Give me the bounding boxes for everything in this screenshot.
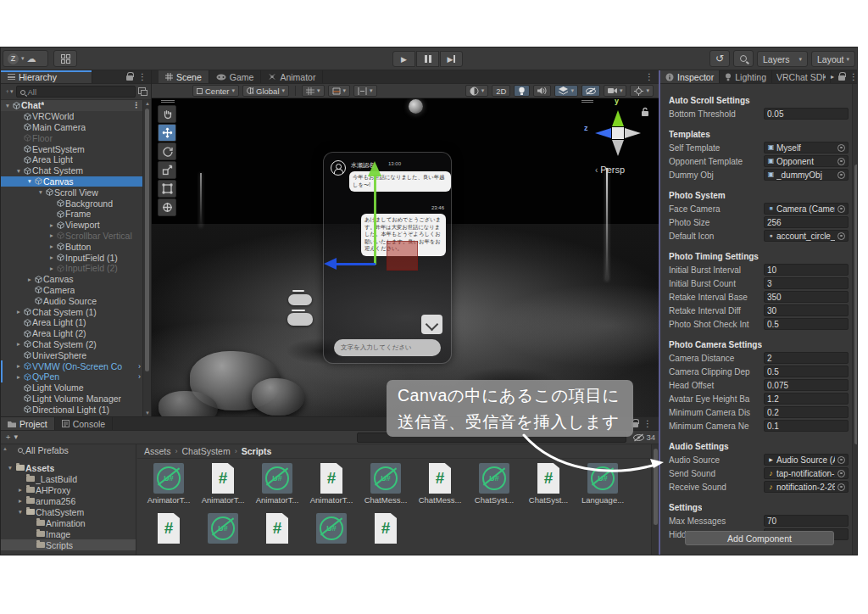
foldout-arrow[interactable]: ▾ <box>36 188 45 196</box>
property-field[interactable]: 1.2 <box>764 393 849 405</box>
asset-item[interactable]: ChatSyst... <box>470 463 519 505</box>
scene-picker-icon[interactable] <box>138 87 147 96</box>
layers-dropdown[interactable]: Layers▾ <box>757 51 808 67</box>
folder-row[interactable]: _LastBuild <box>1 473 136 484</box>
property-field[interactable]: 0.05 <box>764 108 849 120</box>
foldout-arrow[interactable]: ▸ <box>14 373 23 381</box>
property-field[interactable]: 2 <box>764 352 849 364</box>
asset-item[interactable] <box>307 513 356 544</box>
hierarchy-scrollbar[interactable]: ▲ ▼ <box>142 100 151 416</box>
hierarchy-row[interactable]: Directional Light (1) <box>1 404 142 415</box>
property-field[interactable]: _dummyObj <box>764 169 849 181</box>
foldout-arrow[interactable]: ▸ <box>14 340 23 348</box>
tab-game[interactable]: Game <box>209 70 262 83</box>
increment-snap-toggle[interactable]: ▾ <box>328 85 351 97</box>
property-field[interactable]: notification-2-26929 <box>764 481 849 493</box>
foldout-arrow[interactable]: ▸ <box>47 243 56 250</box>
inspector-scrollbar[interactable] <box>852 84 858 555</box>
asset-item[interactable]: AnimatorT... <box>144 463 193 505</box>
object-picker-icon[interactable] <box>837 171 845 179</box>
step-button[interactable]: ▶ <box>440 51 463 67</box>
tab-project[interactable]: Project <box>1 417 55 430</box>
property-field[interactable]: 350 <box>764 291 849 303</box>
property-field[interactable]: 0.5 <box>764 366 849 377</box>
drag-handle-icon[interactable] <box>161 100 175 103</box>
hierarchy-row[interactable]: ▸ Viewport <box>1 220 142 231</box>
effects-dropdown[interactable]: ▾ <box>554 85 578 97</box>
property-field[interactable]: 0.075 <box>764 379 849 391</box>
rotate-tool-button[interactable] <box>158 142 176 160</box>
pivot-toggle[interactable]: Center▾ <box>192 85 239 97</box>
layout-dropdown[interactable]: Layout▾ <box>811 51 855 67</box>
object-picker-icon[interactable] <box>837 144 845 152</box>
property-field[interactable]: Audio Source (Audio <box>764 454 849 466</box>
folder-row[interactable]: Animation <box>1 517 136 528</box>
hierarchy-search-input[interactable]: All <box>16 86 136 98</box>
foldout-arrow[interactable]: ▸ <box>16 497 25 505</box>
hierarchy-row[interactable]: ▸ InputField (2) <box>1 263 142 274</box>
foldout-arrow[interactable]: ▸ <box>25 276 34 283</box>
hierarchy-row[interactable]: Background <box>1 198 142 209</box>
align-snap-toggle[interactable]: ▾ <box>353 85 377 97</box>
rect-tool-button[interactable] <box>158 180 176 198</box>
panel-menu-icon[interactable]: ⋮ <box>643 419 652 428</box>
hierarchy-row[interactable]: ▸ Scrollbar Vertical <box>1 231 142 242</box>
hidden-count-badge[interactable]: 34 <box>633 433 655 442</box>
services-button[interactable] <box>53 50 77 67</box>
property-field[interactable]: account_circle_1000 <box>764 230 849 242</box>
property-field[interactable]: 0.1 <box>764 420 849 432</box>
folder-row[interactable]: ▸ AHProxy <box>1 484 136 495</box>
property-field[interactable]: 10 <box>764 264 849 276</box>
tab-scene[interactable]: Scene <box>159 70 209 83</box>
hierarchy-row[interactable]: Main Camera <box>1 122 142 133</box>
hierarchy-row[interactable]: ▾ Scroll View <box>1 187 142 198</box>
hierarchy-row[interactable]: ▾ Chat* ⋮ <box>1 100 142 111</box>
undo-history-button[interactable]: ↺ <box>709 50 730 67</box>
2d-toggle[interactable]: 2D <box>492 85 510 97</box>
favorite-row[interactable]: All Prefabs <box>1 444 136 455</box>
perspective-label[interactable]: ‹Persp <box>595 165 625 175</box>
asset-item[interactable]: ChatMess... <box>415 463 465 505</box>
lock-icon[interactable] <box>641 107 649 117</box>
account-button[interactable]: Z ▾ ☁ <box>3 50 48 67</box>
hierarchy-row[interactable]: ▸ VVMW (On-Screen Co › <box>1 360 142 371</box>
object-picker-icon[interactable] <box>837 205 845 213</box>
tab-animator[interactable]: Animator <box>261 70 323 83</box>
property-field[interactable]: 70 <box>764 515 849 527</box>
gizmos-dropdown[interactable]: ▾ <box>630 85 654 97</box>
foldout-arrow[interactable]: ▸ <box>47 221 56 229</box>
hierarchy-row[interactable]: ▸ QvPen › <box>1 371 142 382</box>
tab-lighting[interactable]: Lighting <box>720 70 772 83</box>
panel-menu-icon[interactable]: ⋮ <box>645 72 659 81</box>
object-picker-icon[interactable] <box>837 158 845 165</box>
folder-row[interactable]: ▸ aruma256 <box>1 495 136 506</box>
hierarchy-row[interactable]: Light Volume Manager <box>1 394 142 405</box>
folder-row[interactable]: ▾ Assets <box>1 462 136 473</box>
asset-item[interactable] <box>144 513 193 544</box>
hierarchy-row[interactable]: UniverSphere <box>1 349 142 360</box>
drag-handle-icon[interactable] <box>581 100 593 103</box>
lock-icon[interactable] <box>838 75 845 81</box>
object-picker-icon[interactable] <box>837 456 845 464</box>
property-field[interactable]: Camera (Camera) <box>764 203 849 215</box>
tab-inspector[interactable]: Inspector <box>660 70 720 83</box>
tab-vrchat-sdk[interactable]: VRChat SDK <box>772 70 831 83</box>
hierarchy-row[interactable]: ▾ Chat System <box>1 165 142 176</box>
tab-hierarchy[interactable]: Hierarchy <box>1 70 92 83</box>
object-picker-icon[interactable] <box>837 232 845 240</box>
foldout-arrow[interactable]: ▸ <box>14 308 23 315</box>
project-scrollbar[interactable] <box>651 444 659 555</box>
hierarchy-row[interactable]: Frame <box>1 209 142 220</box>
hierarchy-row[interactable]: Area Light (1) <box>1 317 142 328</box>
object-picker-icon[interactable] <box>837 470 845 477</box>
hierarchy-row[interactable]: Audio Source <box>1 295 142 306</box>
search-button[interactable] <box>733 50 754 67</box>
shading-mode-dropdown[interactable]: ▾ <box>465 85 489 97</box>
folder-row[interactable]: Scripts <box>1 539 136 550</box>
property-field[interactable]: 3 <box>764 277 849 289</box>
foldout-arrow[interactable]: ▾ <box>16 508 25 516</box>
orientation-gizmo[interactable]: y z ‹Persp <box>580 100 656 181</box>
hierarchy-row[interactable]: ▾ Canvas <box>1 176 142 187</box>
hierarchy-row[interactable]: ▸ Button <box>1 241 142 252</box>
property-field[interactable]: 256 <box>764 216 849 228</box>
